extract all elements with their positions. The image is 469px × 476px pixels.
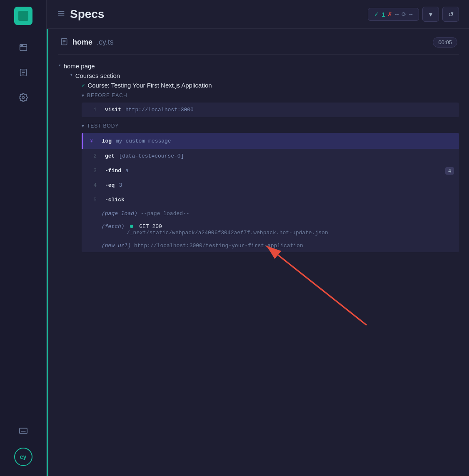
refresh-icon: ↺ — [448, 10, 454, 18]
log-value: --page loaded-- — [141, 210, 190, 217]
cmd-args: http://localhost:3000 — [125, 107, 194, 113]
fetch-status: GET 200 — [139, 223, 162, 230]
content-wrapper: home .cy.ts 00:05 ▾ home page ▾ Courses … — [47, 29, 469, 476]
log-new-url: (new url) http://localhost:3000/testing-… — [82, 239, 459, 252]
header-title-area: Specs — [57, 8, 361, 21]
chevron-icon: ▾ — [70, 72, 73, 78]
svg-rect-9 — [19, 428, 27, 433]
dropdown-button[interactable]: ▾ — [422, 7, 439, 22]
divider — [58, 54, 459, 55]
pending-dashes: -- — [409, 11, 413, 18]
svg-point-3 — [22, 45, 22, 46]
specs-list-icon — [57, 9, 66, 20]
cmd-args: 3 — [119, 182, 122, 188]
cmd-number: 3 — [88, 168, 97, 174]
sidebar-item-keyboard[interactable] — [14, 421, 32, 439]
suite-courses-section[interactable]: ▾ Courses section — [58, 71, 459, 80]
cmd-number: 2 — [88, 153, 97, 159]
chevron-icon: ▾ — [82, 123, 85, 129]
cmd-name: visit — [105, 107, 121, 113]
before-each-commands: 1 visit http://localhost:3000 — [82, 103, 459, 117]
sidebar-item-specs[interactable] — [14, 63, 32, 82]
fetch-status-dot — [130, 225, 133, 228]
command-row-get[interactable]: 2 get [data-test=course-0] — [82, 149, 459, 163]
test-label: Course: Testing Your First Next.js Appli… — [87, 82, 212, 89]
log-value: http://localhost:3000/testing-your-first… — [134, 243, 303, 249]
log-page-load: (page load) --page loaded-- — [82, 207, 459, 220]
fetch-url: /_next/static/webpack/a24006f3042aef7f.w… — [102, 230, 452, 236]
command-row-click[interactable]: 5 -click — [82, 193, 459, 207]
cmd-name: log — [102, 138, 112, 144]
cmd-name: -eq — [105, 182, 115, 188]
header: Specs ✓ 1 ✗ -- ⟳ -- ▾ ↺ — [47, 0, 469, 29]
log-fetch: (fetch) GET 200 /_next/static/webpack/a2… — [82, 220, 459, 239]
test-tree: ▾ home page ▾ Courses section ✓ Course: … — [58, 61, 459, 252]
test-body-label: ▾ TEST BODY — [82, 120, 459, 131]
pending-icon: ⟳ — [402, 11, 407, 18]
pin-icon: ♀ — [90, 137, 94, 145]
svg-line-18 — [267, 246, 367, 325]
inner-content: home .cy.ts 00:05 ▾ home page ▾ Courses … — [48, 29, 469, 476]
cmd-name: get — [105, 153, 115, 159]
before-each-label: ▾ BEFORE EACH — [82, 90, 459, 101]
fail-dashes: -- — [395, 11, 399, 18]
refresh-button[interactable]: ↺ — [442, 7, 459, 22]
cmd-args: my custom message — [116, 138, 171, 144]
command-row-find[interactable]: 3 -find a 4 — [82, 163, 459, 178]
sidebar-item-browser[interactable] — [14, 38, 32, 57]
main-panel: Specs ✓ 1 ✗ -- ⟳ -- ▾ ↺ — [47, 0, 469, 476]
command-row-eq[interactable]: 4 -eq 3 — [82, 178, 459, 193]
chevron-icon: ▾ — [82, 93, 85, 98]
sidebar-item-settings[interactable] — [14, 88, 32, 107]
cmd-number: 5 — [88, 197, 97, 203]
check-icon: ✓ — [82, 82, 85, 88]
log-label: (fetch) — [102, 223, 125, 230]
file-info: home .cy.ts — [60, 38, 114, 48]
chevron-down-icon: ▾ — [429, 10, 432, 18]
page-title: Specs — [70, 8, 105, 21]
pass-count: 1 — [382, 11, 385, 18]
cmd-args: a — [125, 168, 129, 174]
sidebar: cy — [0, 0, 47, 476]
log-label: (page load) — [102, 210, 137, 217]
file-header: home .cy.ts 00:05 — [58, 37, 459, 48]
chevron-icon: ▾ — [58, 63, 61, 68]
suite-label: home page — [64, 63, 95, 70]
log-label: (new url) — [102, 243, 131, 249]
test-item[interactable]: ✓ Course: Testing Your First Next.js App… — [58, 80, 459, 90]
command-row-visit[interactable]: 1 visit http://localhost:3000 — [82, 103, 459, 117]
file-icon — [60, 38, 68, 48]
test-body-commands: ♀ log my custom message 2 get [data-test… — [82, 133, 459, 252]
cmd-name: -find — [105, 168, 121, 174]
cypress-badge-label: cy — [20, 453, 27, 460]
suite-label: Courses section — [75, 72, 120, 79]
header-controls: ✓ 1 ✗ -- ⟳ -- ▾ ↺ — [368, 7, 459, 22]
test-status-badge: ✓ 1 ✗ -- ⟳ -- — [368, 8, 419, 21]
pass-icon: ✓ — [374, 11, 379, 18]
command-row-log[interactable]: ♀ log my custom message — [82, 133, 459, 149]
test-body-section: ▾ TEST BODY ♀ log my custom message — [58, 120, 459, 252]
app-logo[interactable] — [14, 7, 32, 25]
fail-icon: ✗ — [387, 11, 392, 18]
suite-home-page[interactable]: ▾ home page — [58, 61, 459, 71]
before-each-section: ▾ BEFORE EACH 1 visit http://localhost:3… — [58, 90, 459, 117]
file-ext: .cy.ts — [97, 38, 114, 47]
file-time: 00:05 — [433, 37, 457, 48]
file-name: home — [72, 38, 92, 47]
cmd-badge: 4 — [445, 167, 454, 175]
cmd-name: -click — [105, 197, 125, 203]
cmd-number: 1 — [88, 107, 97, 113]
cmd-number: 4 — [88, 182, 97, 188]
cypress-badge[interactable]: cy — [14, 448, 32, 466]
svg-point-2 — [21, 45, 22, 46]
cmd-args: [data-test=course-0] — [119, 153, 184, 159]
svg-point-8 — [22, 96, 25, 99]
